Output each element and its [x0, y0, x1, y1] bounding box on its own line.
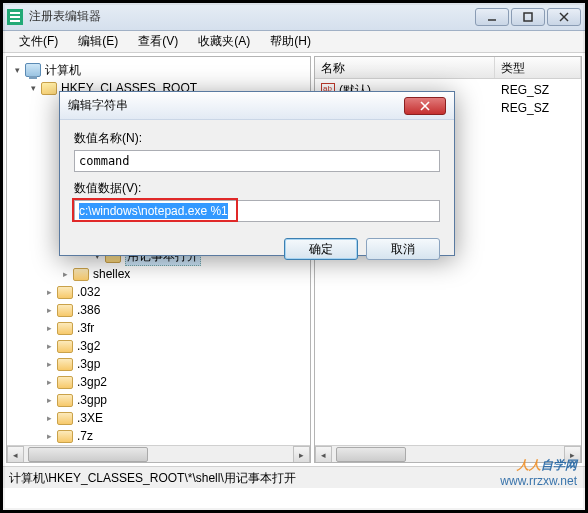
expander-icon[interactable] [43, 340, 55, 352]
scroll-track[interactable] [332, 446, 564, 462]
statusbar: 计算机\HKEY_CLASSES_ROOT\*\shell\用记事本打开 [3, 466, 585, 488]
folder-icon [57, 358, 73, 371]
menu-file[interactable]: 文件(F) [9, 31, 68, 52]
tree-label: .7z [77, 429, 93, 443]
tree-label: .3gp [77, 357, 100, 371]
tree-node[interactable]: .3gp2 [9, 373, 308, 391]
folder-icon [57, 394, 73, 407]
column-type[interactable]: 类型 [495, 57, 581, 78]
column-name[interactable]: 名称 [315, 57, 495, 78]
dialog-close-button[interactable] [404, 97, 446, 115]
tree-node[interactable]: .3gp [9, 355, 308, 373]
expander-icon[interactable] [11, 64, 23, 76]
close-button[interactable] [547, 8, 581, 26]
window-controls [475, 8, 581, 26]
minimize-button[interactable] [475, 8, 509, 26]
scroll-left-icon[interactable]: ◂ [315, 446, 332, 463]
tree-label: .3XE [77, 411, 103, 425]
dialog-body: 数值名称(N): 数值数据(V): c:\windows\notepad.exe… [60, 120, 454, 238]
expander-icon[interactable] [43, 376, 55, 388]
menu-favorites[interactable]: 收藏夹(A) [188, 31, 260, 52]
window-title: 注册表编辑器 [29, 8, 101, 25]
scroll-thumb[interactable] [336, 447, 406, 462]
value-name-label: 数值名称(N): [74, 130, 440, 147]
value-name-input[interactable] [74, 150, 440, 172]
folder-icon [57, 430, 73, 443]
scroll-right-icon[interactable]: ▸ [564, 446, 581, 463]
expander-icon[interactable] [43, 430, 55, 442]
tree-node[interactable]: .032 [9, 283, 308, 301]
tree-label: .3gpp [77, 393, 107, 407]
tree-node[interactable]: .3XE [9, 409, 308, 427]
tree-label: .032 [77, 285, 100, 299]
folder-icon [57, 376, 73, 389]
edit-string-dialog: 编辑字符串 数值名称(N): 数值数据(V): c:\windows\notep… [59, 91, 455, 256]
ok-button[interactable]: 确定 [284, 238, 358, 260]
menu-help[interactable]: 帮助(H) [260, 31, 321, 52]
expander-icon[interactable] [43, 322, 55, 334]
tree-label: .3g2 [77, 339, 100, 353]
expander-icon[interactable] [27, 82, 39, 94]
status-path: 计算机\HKEY_CLASSES_ROOT\*\shell\用记事本打开 [9, 471, 296, 485]
maximize-button[interactable] [511, 8, 545, 26]
tree-root[interactable]: 计算机 [9, 61, 308, 79]
tree-label: .386 [77, 303, 100, 317]
expander-icon[interactable] [43, 412, 55, 424]
folder-icon [57, 304, 73, 317]
value-data-text: c:\windows\notepad.exe %1 [79, 203, 228, 219]
tree-node[interactable]: .386 [9, 301, 308, 319]
value-data-label: 数值数据(V): [74, 180, 440, 197]
dialog-title: 编辑字符串 [68, 97, 128, 114]
menu-edit[interactable]: 编辑(E) [68, 31, 128, 52]
value-type-cell: REG_SZ [495, 83, 581, 97]
folder-icon [57, 340, 73, 353]
expander-icon[interactable] [43, 286, 55, 298]
cancel-button[interactable]: 取消 [366, 238, 440, 260]
tree-node[interactable]: .3g2 [9, 337, 308, 355]
list-header: 名称 类型 [315, 57, 581, 79]
tree-label: .3gp2 [77, 375, 107, 389]
expander-icon[interactable] [43, 304, 55, 316]
scroll-left-icon[interactable]: ◂ [7, 446, 24, 463]
tree-node[interactable]: .7z [9, 427, 308, 445]
tree-node[interactable]: .3gpp [9, 391, 308, 409]
scroll-thumb[interactable] [28, 447, 148, 462]
dialog-buttons: 确定 取消 [60, 238, 454, 270]
dialog-titlebar[interactable]: 编辑字符串 [60, 92, 454, 120]
values-hscrollbar[interactable]: ◂ ▸ [315, 445, 581, 462]
menubar: 文件(F) 编辑(E) 查看(V) 收藏夹(A) 帮助(H) [3, 31, 585, 53]
folder-icon [41, 82, 57, 95]
expander-icon[interactable] [43, 358, 55, 370]
tree-label: .3fr [77, 321, 94, 335]
folder-icon [57, 412, 73, 425]
value-data-input[interactable]: c:\windows\notepad.exe %1 [74, 200, 440, 222]
tree-hscrollbar[interactable]: ◂ ▸ [7, 445, 310, 462]
computer-icon [25, 63, 41, 77]
regedit-icon [7, 9, 23, 25]
folder-icon [57, 322, 73, 335]
tree-label: 计算机 [45, 62, 81, 79]
scroll-track[interactable] [24, 446, 293, 462]
scroll-right-icon[interactable]: ▸ [293, 446, 310, 463]
tree-node[interactable]: .3fr [9, 319, 308, 337]
svg-rect-1 [524, 13, 532, 21]
titlebar: 注册表编辑器 [3, 3, 585, 31]
value-type-cell: REG_SZ [495, 101, 581, 115]
menu-view[interactable]: 查看(V) [128, 31, 188, 52]
expander-icon[interactable] [43, 394, 55, 406]
folder-icon [57, 286, 73, 299]
